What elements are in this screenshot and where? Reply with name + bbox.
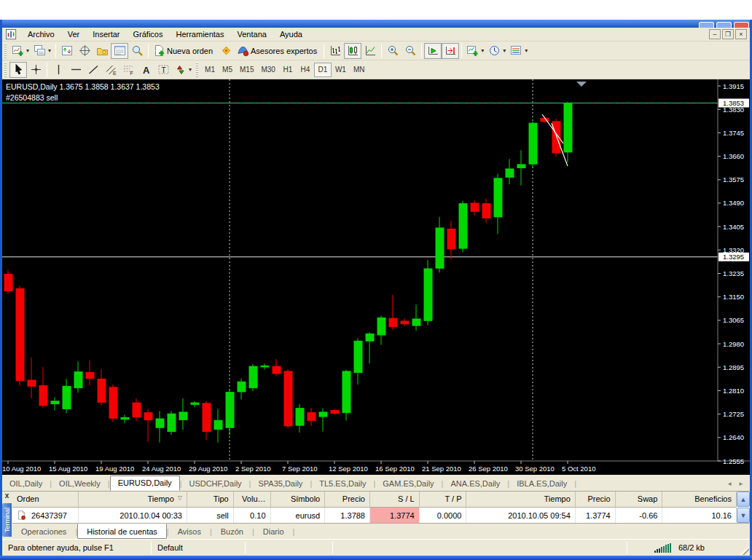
chart-tab-spa35-daily[interactable]: SPA35,Daily (251, 477, 310, 491)
chevron-down-icon[interactable]: ▾ (48, 47, 51, 54)
menu-ver[interactable]: Ver (61, 28, 87, 40)
menu-graficos[interactable]: Gráficos (127, 28, 170, 40)
app-close-button[interactable] (734, 22, 749, 28)
timeframe-d1-button[interactable]: D1 (314, 63, 332, 77)
strategy-tester-button[interactable] (128, 43, 146, 59)
order-cell-tiempo[interactable]: 2010.10.05 09:54 (466, 508, 575, 523)
column-header-tiempo[interactable]: Tiempo▽ (79, 492, 187, 508)
order-cell-t/p[interactable]: 0.0000 (420, 508, 467, 523)
timeframe-m1-button[interactable]: M1 (201, 63, 219, 77)
text-tool[interactable]: A (137, 62, 154, 78)
order-cell-tiempo[interactable]: 2010.10.04 00:33 (79, 508, 187, 523)
order-cell-swap[interactable]: -0.66 (616, 508, 663, 523)
vertical-line-tool[interactable] (50, 62, 67, 78)
line-chart-button[interactable] (361, 43, 379, 59)
chart-shift-button[interactable] (442, 43, 459, 59)
menu-archivo[interactable]: Archivo (21, 28, 61, 40)
order-history-row[interactable]: 264373972010.10.04 00:33sell0.10eurusd1.… (12, 508, 737, 523)
navigator-button[interactable] (93, 43, 111, 59)
new-order-button[interactable]: Nueva orden (151, 43, 217, 59)
column-header-tiempo[interactable]: Tiempo (466, 492, 575, 508)
timeframe-m5-button[interactable]: M5 (219, 63, 236, 77)
column-header-beneficios[interactable]: Beneficios (662, 492, 737, 508)
order-cell-tipo[interactable]: sell (187, 508, 234, 523)
terminal-tab-avisos[interactable]: Avisos (169, 525, 210, 538)
chart-tab-ibla-es-daily[interactable]: IBLA.ES,Daily (509, 477, 574, 491)
price-chart[interactable]: 1.39151.38301.37451.36601.35751.34901.34… (2, 79, 750, 475)
column-header-volu[interactable]: Volu… (234, 492, 271, 508)
column-header-simbolo[interactable]: Símbolo (271, 492, 326, 508)
timeframe-h1-button[interactable]: H1 (279, 63, 297, 77)
chart-tab-eurusd-daily[interactable]: EURUSD,Daily (110, 476, 180, 491)
chart-tab-oil-weekly[interactable]: OIL,Weekly (52, 477, 108, 491)
menu-ventana[interactable]: Ventana (231, 28, 273, 40)
chart-tab-gam-es-daily[interactable]: GAM.ES,Daily (375, 477, 441, 491)
trendline-tool[interactable] (85, 62, 102, 78)
terminal-panel-button[interactable] (111, 43, 128, 59)
column-header-swap[interactable]: Swap (616, 492, 663, 508)
column-header-t/p[interactable]: T / P (420, 492, 467, 508)
auto-scroll-button[interactable] (424, 43, 442, 59)
terminal-tab-buzo-n[interactable]: Buzón (212, 525, 252, 538)
app-maximize-button[interactable] (716, 22, 732, 28)
bar-chart-button[interactable] (326, 43, 344, 59)
text-label-tool[interactable]: T (154, 62, 172, 78)
menu-insertar[interactable]: Insertar (86, 28, 126, 40)
zoom-in-button[interactable] (384, 43, 402, 59)
menu-ayuda[interactable]: Ayuda (273, 28, 309, 40)
chart-area[interactable]: 1.39151.38301.37451.36601.35751.34901.34… (2, 79, 750, 475)
order-cell-volu[interactable]: 0.10 (234, 508, 271, 523)
terminal-tab-historial-de-cuentas[interactable]: Historial de cuentas (77, 524, 167, 539)
resize-grip[interactable] (740, 545, 749, 555)
chart-window-minimize-button[interactable]: – (709, 29, 721, 39)
timeframe-w1-button[interactable]: W1 (332, 63, 350, 77)
column-header-precio[interactable]: Precio (325, 492, 370, 508)
chevron-down-icon[interactable]: ▾ (26, 47, 29, 54)
chart-tab-usdchf-daily[interactable]: USDCHF,Daily (181, 477, 248, 491)
scroll-down-button[interactable]: ▼ (737, 508, 750, 523)
timeframe-mn-button[interactable]: MN (350, 63, 369, 77)
sort-descending-icon[interactable]: ▽ (178, 494, 182, 505)
status-profile[interactable]: Default (152, 542, 245, 554)
timeframe-m15-button[interactable]: M15 (236, 63, 257, 77)
column-header-orden[interactable]: Orden (12, 492, 79, 508)
periods-button[interactable]: ▾ (486, 43, 508, 59)
chart-tab-ana-es-daily[interactable]: ANA.ES,Daily (443, 477, 507, 491)
column-header-tipo[interactable]: Tipo (187, 492, 234, 508)
terminal-vertical-tab[interactable]: Terminal (2, 503, 12, 537)
chevron-down-icon[interactable]: ▾ (481, 47, 484, 54)
data-window-button[interactable] (76, 43, 93, 59)
horizontal-line-tool[interactable] (67, 62, 85, 78)
channel-tool[interactable]: E (102, 62, 120, 78)
timeframe-h4-button[interactable]: H4 (297, 63, 314, 77)
order-cell-precio[interactable]: 1.3788 (325, 508, 370, 523)
templates-button[interactable]: ▾ (508, 43, 530, 59)
app-minimize-button[interactable] (699, 22, 714, 28)
zoom-out-button[interactable] (402, 43, 419, 59)
scroll-up-button[interactable]: ▲ (737, 492, 750, 507)
terminal-close-button[interactable]: x (2, 492, 12, 501)
menu-herramientas[interactable]: Herramientas (169, 28, 230, 40)
terminal-tab-operaciones[interactable]: Operaciones (12, 525, 75, 538)
chart-window-restore-button[interactable]: ❐ (722, 29, 734, 39)
chevron-down-icon[interactable]: ▾ (189, 66, 192, 73)
order-cell-beneficios[interactable]: 10.16 (662, 508, 737, 523)
market-watch-button[interactable] (58, 43, 76, 59)
column-header-s/l[interactable]: S / L (370, 492, 420, 508)
indicators-button[interactable]: ▾ (464, 43, 486, 59)
metaeditor-button[interactable] (217, 43, 235, 59)
chevron-down-icon[interactable]: ▾ (503, 47, 506, 54)
profiles-button[interactable]: ▾ (31, 43, 53, 59)
fibonacci-tool[interactable]: F (120, 62, 137, 78)
chart-tab-oil-daily[interactable]: OIL,Daily (2, 477, 50, 491)
chevron-down-icon[interactable]: ▾ (525, 47, 528, 54)
order-cell-precio[interactable]: 1.3774 (576, 508, 616, 523)
cursor-tool[interactable] (9, 62, 27, 78)
tabs-scroll-left-icon[interactable]: ◄ (726, 481, 732, 487)
tabs-scroll-right-icon[interactable]: ► (738, 481, 744, 487)
app-titlebar[interactable] (0, 20, 752, 28)
order-cell-s/l[interactable]: 1.3774 (370, 508, 420, 523)
expert-advisors-button[interactable]: Asesores expertos (235, 43, 321, 59)
timeframe-m30-button[interactable]: M30 (257, 63, 278, 77)
terminal-tab-diario[interactable]: Diario (254, 525, 293, 538)
